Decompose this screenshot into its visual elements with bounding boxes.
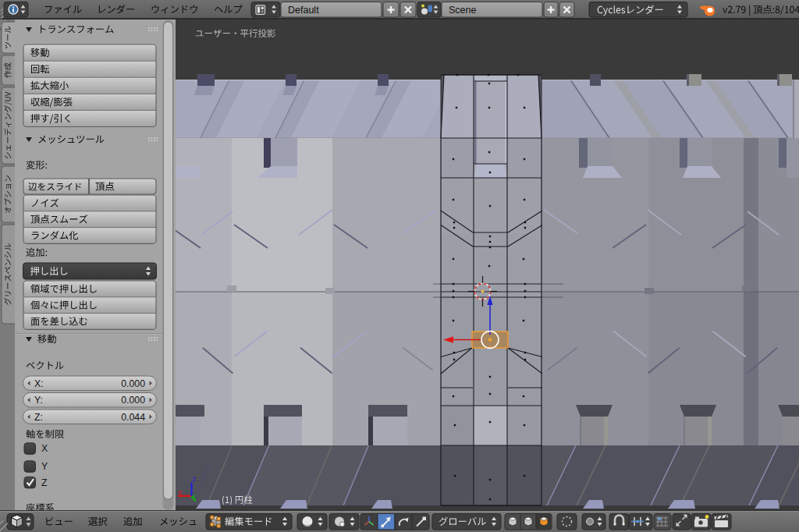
- svg-text:0.000: 0.000: [121, 378, 145, 389]
- svg-text:Z:: Z:: [34, 412, 43, 423]
- svg-text:Default: Default: [288, 5, 319, 16]
- svg-text:0.044: 0.044: [121, 412, 145, 423]
- svg-text:Y:: Y:: [34, 395, 43, 406]
- svg-text:z: z: [193, 474, 197, 483]
- svg-text:X:: X:: [34, 378, 44, 389]
- svg-text:Z: Z: [41, 477, 48, 488]
- svg-text:y: y: [193, 491, 197, 500]
- svg-text:0.000: 0.000: [121, 395, 145, 406]
- svg-text:X: X: [41, 443, 48, 454]
- svg-text:x: x: [179, 488, 183, 496]
- svg-text:Scene: Scene: [449, 5, 476, 16]
- svg-text:Y: Y: [41, 461, 48, 472]
